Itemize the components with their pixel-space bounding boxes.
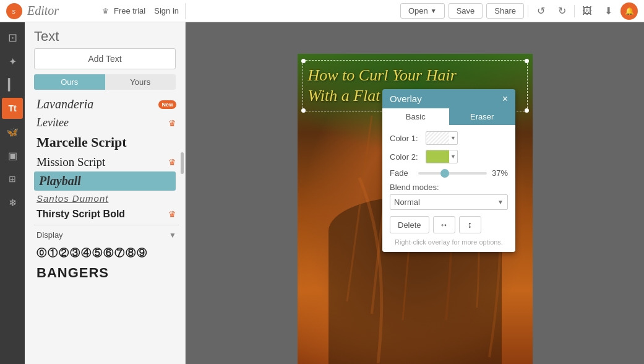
svg-text:S: S — [12, 9, 15, 15]
brush-icon[interactable]: ▎ — [2, 74, 23, 95]
separator2 — [574, 5, 575, 17]
list-item[interactable]: Lavanderia New — [34, 95, 179, 114]
crown-badge: ♛ — [168, 209, 176, 219]
list-item[interactable]: BANGERS — [34, 262, 179, 284]
notification-button[interactable]: 🔔 — [620, 2, 638, 20]
list-item[interactable]: ⓪①②③④⑤⑥⑦⑧⑨ — [34, 245, 179, 262]
save-button[interactable]: Save — [449, 3, 483, 19]
tab-ours[interactable]: Ours — [34, 74, 105, 90]
fade-slider[interactable] — [418, 172, 487, 175]
list-item[interactable]: Levitee ♛ — [34, 114, 179, 132]
undo-button[interactable]: ↺ — [532, 2, 549, 20]
list-item[interactable]: Thirsty Script Bold ♛ — [34, 206, 179, 222]
crown-badge: ♛ — [168, 157, 176, 167]
overlay-panel-header: Overlay × — [382, 89, 515, 108]
crown-icon: ♛ — [102, 7, 109, 15]
delete-button[interactable]: Delete — [390, 216, 429, 233]
list-item[interactable]: Mission Script ♛ — [34, 153, 179, 171]
new-badge: New — [158, 100, 176, 109]
separator — [528, 5, 528, 17]
color2-swatch[interactable]: ▼ — [426, 150, 458, 163]
blend-mode-select[interactable]: Normal ▼ — [390, 194, 508, 210]
add-text-button[interactable]: Add Text — [34, 48, 176, 69]
texture-icon[interactable]: ⊞ — [2, 168, 23, 189]
tab-yours[interactable]: Yours — [105, 74, 176, 90]
flip-vertical-button[interactable]: ↕ — [459, 216, 481, 233]
snowflake-icon[interactable]: ❄ — [2, 192, 23, 213]
list-item[interactable]: Santos Dumont — [34, 191, 179, 206]
download-button[interactable]: ⬇ — [599, 2, 617, 20]
app-logo: S — [6, 3, 22, 19]
color2-label: Color 2: — [390, 152, 422, 162]
free-trial-link[interactable]: Free trial — [114, 6, 145, 15]
crown-badge: ♛ — [168, 118, 176, 128]
chevron-down-icon: ▼ — [431, 7, 437, 14]
list-item[interactable]: Marcelle Script — [34, 132, 179, 153]
fade-label: Fade — [390, 168, 414, 178]
tab-eraser[interactable]: Eraser — [449, 108, 516, 125]
chevron-down-icon: ▼ — [169, 231, 176, 240]
blend-modes-label: Blend modes: — [390, 183, 508, 192]
fade-value: 37% — [491, 168, 508, 178]
tab-basic[interactable]: Basic — [382, 108, 449, 125]
list-item[interactable]: Playball — [34, 171, 176, 191]
redo-button[interactable]: ↻ — [553, 2, 570, 20]
panel-title: Text — [25, 22, 185, 48]
chevron-down-icon: ▼ — [497, 199, 504, 206]
crop-icon[interactable]: ⊡ — [2, 27, 23, 48]
logo-icon: S — [9, 6, 19, 16]
color1-swatch[interactable]: ▼ — [426, 131, 458, 145]
magic-icon[interactable]: ✦ — [2, 51, 23, 72]
color1-label: Color 1: — [390, 134, 422, 143]
overlay-hint: Right-click overlay for more options. — [390, 238, 508, 246]
overlay-close-button[interactable]: × — [502, 94, 508, 104]
sign-in-link[interactable]: Sign in — [154, 6, 179, 15]
butterfly-icon[interactable]: 🦋 — [2, 121, 23, 142]
flip-horizontal-button[interactable]: ↔ — [433, 216, 455, 233]
share-button[interactable]: Share — [486, 3, 524, 19]
scrollbar-handle[interactable] — [181, 152, 184, 174]
image-button[interactable]: 🖼 — [578, 2, 596, 20]
open-button[interactable]: Open ▼ — [400, 3, 445, 19]
app-title: Editor — [27, 4, 59, 18]
display-dropdown[interactable]: Display ▼ — [34, 225, 179, 245]
text-icon[interactable]: Tt — [2, 98, 23, 119]
frame-icon[interactable]: ▣ — [2, 145, 23, 166]
